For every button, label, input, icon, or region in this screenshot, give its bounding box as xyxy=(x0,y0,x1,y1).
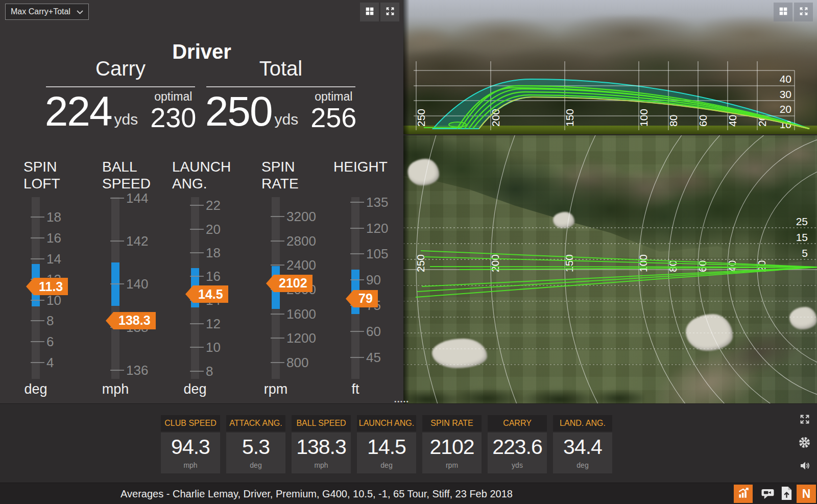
fullscreen-button[interactable] xyxy=(799,413,811,427)
tile-landing-angle: LAND. ANG. 34.4 deg xyxy=(553,415,612,473)
gauge-tick-height xyxy=(350,228,364,229)
expand-icon xyxy=(797,5,810,19)
gauge-tick-label-height: 120 xyxy=(366,221,388,236)
distance-arc-label: 80 xyxy=(667,260,679,272)
gauge-tick-label-launch-angle: 22 xyxy=(206,198,221,213)
expand-panel-button[interactable] xyxy=(794,3,813,21)
gauge-tick-launch-angle xyxy=(190,371,204,372)
tile-unit: deg xyxy=(250,461,261,469)
gauge-unit-spin-loft: deg xyxy=(24,381,47,397)
total-optimal-label: optimal xyxy=(315,90,352,103)
video-chat-button[interactable] xyxy=(760,488,775,502)
gauge-tick-spin-rate xyxy=(271,338,284,339)
gauge-tick-label-spin-rate: 1200 xyxy=(286,330,316,346)
gauge-tick-label-height: 60 xyxy=(366,324,381,339)
lateral-tick-label: 25 xyxy=(796,215,808,227)
tile-label: LAND. ANG. xyxy=(553,415,612,431)
tile-unit: mph xyxy=(314,461,328,469)
gauge-tick-spin-rate xyxy=(271,241,284,242)
distance-arc-label: 100 xyxy=(637,254,649,272)
gauge-tick-launch-angle xyxy=(190,205,204,206)
panel-edge-shade xyxy=(403,135,410,403)
total-optimal-value: 256 xyxy=(310,103,356,132)
gauge-tick-label-spin-loft: 16 xyxy=(46,230,61,246)
gauge-tick-label-launch-angle: 20 xyxy=(206,222,221,237)
panel-edge-shade xyxy=(403,0,410,134)
pointer-arrow-icon xyxy=(266,275,274,292)
height-tick-label: 40 xyxy=(780,73,791,85)
distance-tick-label: 100 xyxy=(638,109,650,127)
pointer-arrow-icon xyxy=(185,285,193,303)
distance-tick-label: 60 xyxy=(697,115,709,127)
gauge-tick-label-spin-rate: 2800 xyxy=(286,233,316,249)
launch-monitor-dashboard: Max Carry+Total Dr xyxy=(0,0,817,504)
gauge-tick-ball-speed xyxy=(110,198,124,199)
gauge-tick-launch-angle xyxy=(190,276,204,277)
tile-value: 223.6 xyxy=(492,437,542,458)
volume-button[interactable] xyxy=(799,460,811,473)
gauge-tick-spin-loft xyxy=(31,341,44,342)
tile-ball-speed: BALL SPEED 138.3 mph xyxy=(292,415,351,473)
view-mode-value: Max Carry+Total xyxy=(11,7,70,16)
gauge-tick-spin-rate xyxy=(271,265,284,266)
stats-chart-icon xyxy=(737,487,750,501)
layout-grid-button[interactable] xyxy=(360,3,379,21)
tile-club-speed: CLUB SPEED 94.3 mph xyxy=(161,415,220,473)
top-view-overlay: 2515525020015010080604020 xyxy=(403,135,817,403)
gauge-value-launch-angle: 14.5 xyxy=(193,285,228,303)
distance-arc-label: 40 xyxy=(726,260,738,272)
landing-marker xyxy=(449,122,466,127)
gauge-value-spin-loft: 11.3 xyxy=(34,278,68,295)
gauge-tick-height xyxy=(350,357,364,358)
file-export-icon xyxy=(780,486,793,502)
splitter-handle[interactable]: ••••• xyxy=(394,398,409,404)
statistics-button[interactable] xyxy=(734,485,753,503)
total-underline xyxy=(206,86,355,87)
status-bar: Averages - Charlie Lemay, Driver, Premiu… xyxy=(0,483,817,504)
carry-summary: Carry 224 yds optimal 230 xyxy=(46,57,195,132)
gauge-unit-height: ft xyxy=(351,381,359,397)
gauge-tick-ball-speed xyxy=(110,370,124,371)
gauge-title-spin-rate: SPIN RATE xyxy=(261,158,299,192)
gauge-tick-launch-angle xyxy=(190,252,204,253)
layout-grid-button[interactable] xyxy=(774,3,792,21)
gauge-tick-ball-speed xyxy=(110,241,124,242)
gauge-tick-label-spin-loft: 14 xyxy=(46,251,61,267)
gauge-tick-spin-rate xyxy=(271,216,284,217)
gauge-pointer-spin-rate: 2102 xyxy=(266,275,313,292)
tile-launch-angle: LAUNCH ANG. 14.5 deg xyxy=(357,415,416,473)
view-mode-select[interactable]: Max Carry+Total xyxy=(5,4,89,20)
gauge-tick-spin-loft xyxy=(31,362,44,363)
n-app-button[interactable]: N xyxy=(797,485,816,503)
carry-unit: yds xyxy=(114,111,138,128)
gauge-tick-label-ball-speed: 136 xyxy=(126,363,148,378)
gauge-tick-height xyxy=(350,279,364,280)
gauge-tick-label-spin-loft: 6 xyxy=(46,334,54,349)
shot-dispersion-line xyxy=(416,267,817,297)
chevron-down-icon xyxy=(77,7,83,16)
pointer-arrow-icon xyxy=(106,312,113,329)
settings-button[interactable] xyxy=(798,436,811,450)
gauge-title-spin-loft: SPIN LOFT xyxy=(23,158,60,192)
gauge-tick-label-height: 90 xyxy=(366,272,381,287)
gauge-tick-label-height: 45 xyxy=(366,350,381,365)
gauge-pointer-launch-angle: 14.5 xyxy=(185,285,228,303)
distance-tick-label: 80 xyxy=(667,115,679,127)
gauge-tick-height xyxy=(350,253,364,254)
expand-panel-button[interactable] xyxy=(380,3,399,21)
gauge-tick-label-launch-angle: 12 xyxy=(206,316,221,331)
carry-value: 224 xyxy=(45,90,112,132)
video-chat-icon xyxy=(760,488,775,502)
gauge-tick-label-ball-speed: 140 xyxy=(126,276,148,292)
gauge-tick-ball-speed xyxy=(110,283,124,284)
gauge-tick-spin-rate xyxy=(271,314,284,315)
grid-icon xyxy=(777,5,790,19)
gauge-tick-label-spin-rate: 2400 xyxy=(286,257,316,273)
gauge-tick-label-launch-angle: 16 xyxy=(206,269,221,284)
gauge-tick-spin-loft xyxy=(31,258,44,259)
gauge-title-height: HEIGHT xyxy=(333,158,388,175)
export-report-button[interactable] xyxy=(780,486,793,502)
gauge-value-height: 79 xyxy=(353,290,378,307)
gauge-tick-spin-loft xyxy=(31,237,44,238)
tile-label: LAUNCH ANG. xyxy=(357,415,416,431)
